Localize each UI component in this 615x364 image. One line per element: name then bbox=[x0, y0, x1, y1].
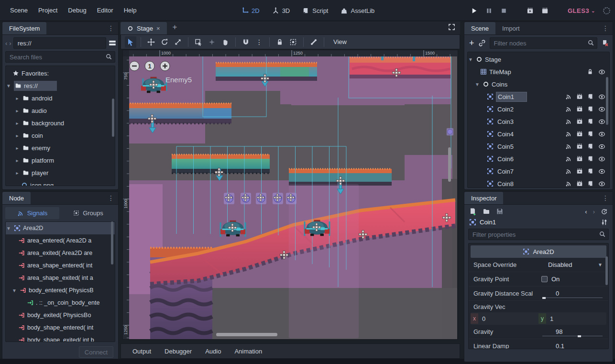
load-resource-icon[interactable] bbox=[483, 208, 490, 215]
gravity-field[interactable]: 98 bbox=[541, 325, 605, 339]
visibility-eye-icon[interactable] bbox=[598, 168, 605, 175]
view-menu-button[interactable]: View bbox=[329, 38, 351, 45]
dock-menu-icon[interactable]: ⋮ bbox=[104, 24, 118, 32]
space-override-dropdown[interactable]: Disabled ▼ bbox=[541, 258, 605, 272]
linear-damp-field[interactable]: 0.1 bbox=[541, 339, 605, 349]
signal-item[interactable]: area_shape_exited( int a bbox=[6, 272, 115, 284]
tree-item-coin7[interactable]: Coin7 bbox=[468, 165, 609, 177]
snap-options-icon[interactable]: ⋮ bbox=[253, 36, 265, 48]
signal-icon[interactable] bbox=[565, 131, 572, 138]
visibility-eye-icon[interactable] bbox=[598, 106, 605, 113]
tree-item-folder[interactable]: ▸player bbox=[6, 166, 115, 179]
group-badge-icon[interactable] bbox=[576, 106, 583, 113]
tab-groups[interactable]: Groups bbox=[61, 207, 115, 219]
signal-connection[interactable]: . :: _on_coin_body_ente bbox=[6, 297, 115, 309]
stop-button[interactable] bbox=[500, 7, 507, 14]
bottom-tab-animation[interactable]: Animation bbox=[230, 348, 267, 355]
tree-item-coins[interactable]: ▼ Coins bbox=[468, 78, 609, 90]
zoom-controls[interactable]: 1 bbox=[130, 61, 170, 71]
connect-button[interactable]: Connect bbox=[79, 346, 113, 358]
nav-forward-icon[interactable]: › bbox=[9, 40, 11, 47]
smart-snap-toggle[interactable] bbox=[240, 36, 252, 48]
visibility-eye-icon[interactable] bbox=[598, 93, 605, 100]
visibility-eye-icon[interactable] bbox=[598, 118, 605, 125]
renderer-dropdown[interactable]: GLES3⌄ bbox=[568, 7, 595, 14]
2d-viewport-canvas[interactable]: Enemy5 1 bbox=[122, 50, 458, 340]
group-badge-icon[interactable] bbox=[576, 155, 583, 163]
visibility-eye-icon[interactable] bbox=[598, 68, 605, 76]
list-select-tool[interactable] bbox=[193, 36, 204, 48]
tree-item-file[interactable]: icon.png bbox=[6, 179, 115, 186]
mode-3d[interactable]: 3D bbox=[272, 7, 290, 14]
add-node-button[interactable]: + bbox=[469, 38, 474, 48]
pause-button[interactable] bbox=[485, 7, 493, 14]
signal-icon[interactable] bbox=[565, 118, 572, 125]
tree-item-coin5[interactable]: Coin5 bbox=[468, 140, 609, 153]
nav-back-icon[interactable]: ‹ bbox=[5, 40, 7, 47]
signal-root-area2d[interactable]: ▼ Area2D bbox=[6, 222, 115, 234]
new-scene-tab-button[interactable]: + bbox=[167, 22, 183, 34]
path-field[interactable] bbox=[13, 37, 106, 49]
menu-help[interactable]: Help bbox=[119, 7, 142, 14]
visibility-eye-icon[interactable] bbox=[598, 180, 605, 188]
tab-node[interactable]: Node bbox=[2, 192, 31, 204]
signal-item[interactable]: body_shape_entered( int bbox=[6, 321, 115, 334]
snap-pivot-tool[interactable] bbox=[206, 36, 218, 48]
tree-item-coin1[interactable]: Coin1 bbox=[468, 90, 609, 103]
tree-item-coin8[interactable]: Coin8 bbox=[468, 177, 609, 188]
move-tool[interactable] bbox=[145, 36, 157, 48]
gravity-distance-scale-field[interactable]: 0 bbox=[541, 287, 605, 300]
tree-item-folder[interactable]: ▸background bbox=[6, 117, 115, 129]
distraction-free-icon[interactable] bbox=[448, 23, 460, 34]
script-icon[interactable] bbox=[587, 118, 594, 125]
scale-tool[interactable] bbox=[172, 36, 184, 48]
mode-script[interactable]: Script bbox=[302, 7, 328, 14]
signal-icon[interactable] bbox=[565, 143, 572, 150]
group-object-button[interactable] bbox=[287, 36, 299, 48]
coin-sprite[interactable] bbox=[447, 128, 453, 136]
tree-item-coin3[interactable]: Coin3 bbox=[468, 115, 609, 128]
tab-import[interactable]: Import bbox=[495, 22, 527, 34]
close-icon[interactable]: × bbox=[156, 25, 160, 32]
tree-item-res-root[interactable]: ▼ res:// bbox=[6, 79, 115, 92]
tree-item-folder[interactable]: ▸audio bbox=[6, 104, 115, 117]
scene-tab-stage[interactable]: Stage × bbox=[121, 22, 167, 34]
gravity-vec-y-field[interactable]: 1 bbox=[546, 315, 606, 322]
tab-inspector[interactable]: Inspector bbox=[464, 192, 503, 204]
new-resource-icon[interactable] bbox=[469, 208, 477, 215]
group-badge-icon[interactable] bbox=[576, 180, 583, 188]
lock-object-button[interactable] bbox=[274, 36, 286, 48]
select-tool[interactable] bbox=[125, 36, 136, 48]
signal-icon[interactable] bbox=[565, 155, 572, 163]
visibility-eye-icon[interactable] bbox=[598, 131, 605, 138]
tree-item-coin4[interactable]: Coin4 bbox=[468, 128, 609, 140]
lock-icon[interactable] bbox=[587, 68, 593, 76]
tree-item-folder[interactable]: ▸android bbox=[6, 92, 115, 104]
bottom-tab-debugger[interactable]: Debugger bbox=[160, 348, 197, 355]
attach-script-icon[interactable] bbox=[601, 39, 609, 47]
tree-item-folder[interactable]: ▸enemy bbox=[6, 142, 115, 154]
menu-project[interactable]: Project bbox=[33, 7, 63, 14]
rotate-tool[interactable] bbox=[159, 36, 170, 48]
signal-item[interactable]: body_exited( PhysicsBo bbox=[6, 309, 115, 321]
tree-item-coin6[interactable]: Coin6 bbox=[468, 153, 609, 165]
bottom-tab-output[interactable]: Output bbox=[128, 348, 156, 355]
signal-icon[interactable] bbox=[565, 106, 572, 113]
history-back-icon[interactable]: ‹ bbox=[585, 208, 587, 215]
group-badge-icon[interactable] bbox=[576, 118, 583, 125]
dock-menu-icon[interactable]: ⋮ bbox=[598, 194, 613, 202]
signal-item[interactable]: area_entered( Area2D a bbox=[6, 234, 115, 247]
platform-sprite[interactable] bbox=[125, 103, 231, 123]
filter-properties-input[interactable] bbox=[468, 229, 609, 240]
skeleton-options-button[interactable] bbox=[308, 36, 319, 48]
signals-scrollbar[interactable] bbox=[111, 221, 113, 265]
signal-item[interactable]: body_shape_exited( int b bbox=[6, 334, 115, 342]
gravity-vec-x-field[interactable]: 0 bbox=[478, 315, 538, 322]
save-resource-icon[interactable] bbox=[496, 208, 504, 215]
menu-editor[interactable]: Editor bbox=[92, 7, 119, 14]
history-icon[interactable] bbox=[601, 208, 608, 215]
filter-nodes-input[interactable] bbox=[490, 37, 597, 49]
canvas-hscrollbar[interactable] bbox=[216, 333, 277, 336]
canvas-vscrollbar[interactable] bbox=[448, 147, 451, 182]
tree-item-folder[interactable]: ▸coin bbox=[6, 129, 115, 142]
